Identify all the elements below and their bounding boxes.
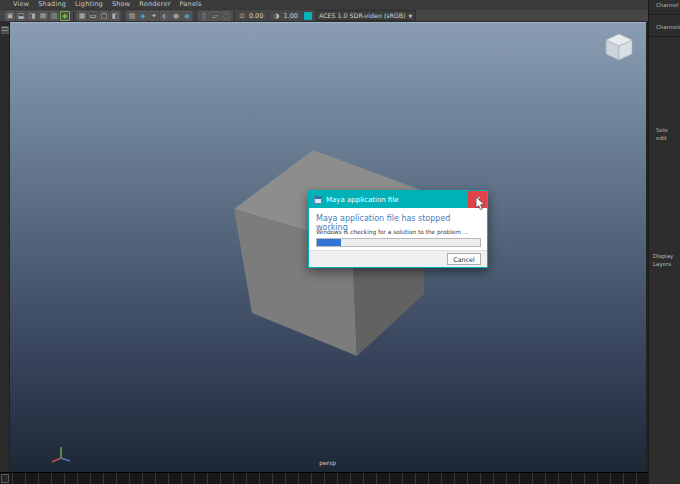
divider (649, 14, 680, 15)
gamma-value[interactable]: 1.00 (281, 12, 299, 20)
exposure-icon[interactable]: ⊙ (238, 12, 246, 20)
toolbar-separator (123, 11, 124, 21)
gate-mask-icon[interactable]: ◧ (110, 11, 120, 21)
tab-layers[interactable]: Layers (653, 261, 671, 267)
xray-icon[interactable]: ▱ (210, 11, 220, 21)
toolbox-icon[interactable] (1, 26, 9, 34)
menu-lighting[interactable]: Lighting (75, 0, 103, 9)
film-gate-icon[interactable]: ▭ (88, 11, 98, 21)
axis-z (61, 458, 70, 461)
progress-bar (316, 238, 481, 247)
lights-icon[interactable]: ✦ (149, 11, 159, 21)
tab-display[interactable]: Display (653, 253, 673, 259)
colorspace-icon (304, 12, 312, 20)
colorspace-value: ACES 1.0 SDR-video (sRGB) (319, 12, 406, 19)
tab-channel-box[interactable]: Channel (656, 2, 679, 8)
chevron-down-icon: ▼ (409, 13, 413, 19)
left-toolbox-strip (0, 22, 10, 472)
progress-fill (317, 239, 341, 246)
gamma-icon[interactable]: ◑ (272, 12, 280, 20)
time-slider[interactable] (0, 472, 648, 484)
dialog-titlebar[interactable]: Maya application file (309, 191, 487, 208)
viewport-menu-bar: View Shading Lighting Show Renderer Pane… (0, 0, 648, 9)
menu-shading[interactable]: Shading (38, 0, 66, 9)
time-slider-icon[interactable] (1, 474, 9, 483)
textured-icon[interactable]: ◈ (138, 11, 148, 21)
camera-select-icon[interactable]: ▣ (5, 11, 15, 21)
dialog-title: Maya application file (326, 196, 399, 204)
bookmark-icon[interactable]: ▤ (38, 11, 48, 21)
toolbar-separator (195, 11, 196, 21)
image-plane-icon[interactable]: ▥ (49, 11, 59, 21)
crash-dialog: Maya application file ✕ Maya application… (308, 190, 488, 268)
mouse-cursor (475, 196, 487, 211)
shadows-icon[interactable]: ◐ (160, 11, 170, 21)
toolbar-separator (268, 11, 269, 21)
viewport-toolbar-icons: ▣⬓◨▤▥◆▦▭▢◧▧◈✦◐●◉▯▱◌ (5, 11, 237, 21)
panel-text-fragment: edit (656, 135, 667, 141)
toolbar-separator (234, 11, 235, 21)
exposure-value[interactable]: 0.00 (247, 12, 265, 20)
dialog-window-icon (314, 196, 322, 204)
wireframe-icon[interactable]: ▧ (127, 11, 137, 21)
depth-of-field-icon[interactable]: ◌ (221, 11, 231, 21)
toolbar-separator (73, 11, 74, 21)
channel-box-panel: Channel Channels Sele edit Display Layer… (648, 0, 680, 484)
motion-blur-icon[interactable]: ◉ (182, 11, 192, 21)
resolution-gate-icon[interactable]: ▢ (99, 11, 109, 21)
menu-show[interactable]: Show (112, 0, 130, 9)
axis-gizmo (48, 444, 74, 466)
maya-window: View Shading Lighting Show Renderer Pane… (0, 0, 680, 484)
divider (649, 36, 680, 37)
dialog-footer: Cancel (309, 250, 487, 267)
menu-renderer[interactable]: Renderer (139, 0, 170, 9)
camera-attributes-icon[interactable]: ◨ (27, 11, 37, 21)
isolate-select-icon[interactable]: ▯ (199, 11, 209, 21)
channels-menu[interactable]: Channels (656, 24, 680, 30)
viewport-toolbar: ▣⬓◨▤▥◆▦▭▢◧▧◈✦◐●◉▯▱◌ ⊙ 0.00 ◑ 1.00 ACES 1… (0, 9, 648, 22)
colorspace-dropdown[interactable]: ACES 1.0 SDR-video (sRGB) ▼ (315, 10, 416, 21)
grid-icon[interactable]: ▦ (77, 11, 87, 21)
dialog-message: Windows is checking for a solution to th… (316, 229, 484, 235)
camera-name-label: persp (319, 459, 336, 466)
menu-panels[interactable]: Panels (180, 0, 202, 9)
shaded-icon[interactable]: ◆ (60, 11, 70, 21)
view-cube[interactable] (602, 31, 636, 65)
cancel-button[interactable]: Cancel (447, 253, 481, 265)
menu-view[interactable]: View (13, 0, 29, 9)
ao-icon[interactable]: ● (171, 11, 181, 21)
camera-lock-icon[interactable]: ⬓ (16, 11, 26, 21)
axis-x (52, 458, 61, 462)
panel-text-fragment: Sele (656, 127, 668, 133)
